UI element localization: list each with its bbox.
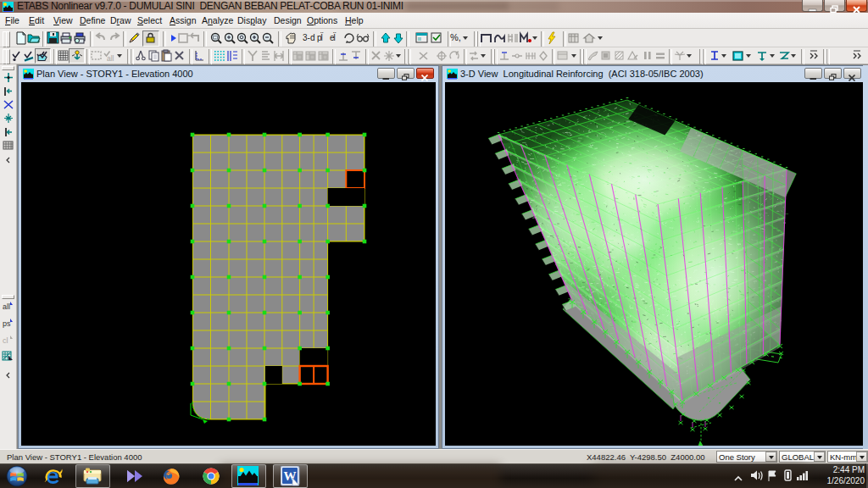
svg-text:ps: ps <box>3 319 11 328</box>
svg-text:all: all <box>3 302 10 311</box>
svg-text:cl: cl <box>3 336 8 345</box>
svg-text:all: all <box>107 54 114 63</box>
